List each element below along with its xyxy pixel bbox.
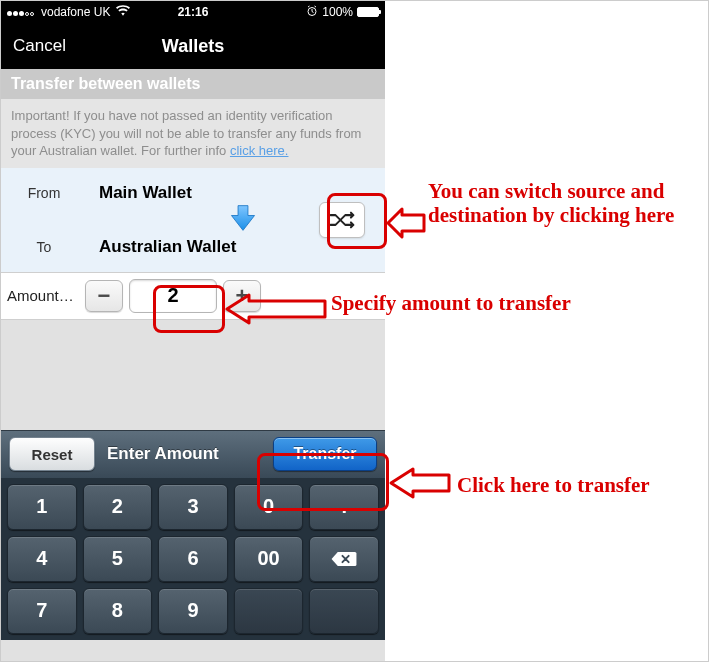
key-2[interactable]: 2	[83, 484, 153, 530]
alarm-icon	[306, 5, 318, 20]
key-9[interactable]: 9	[158, 588, 228, 634]
key-1[interactable]: 1	[7, 484, 77, 530]
annotation-box-swap	[327, 193, 387, 249]
annotation-arrow-transfer	[391, 469, 451, 501]
from-label: From	[9, 185, 79, 201]
minus-button[interactable]: −	[85, 280, 123, 312]
page-title: Wallets	[162, 36, 224, 57]
spacer	[1, 320, 385, 430]
status-bar: vodafone UK 21:16 100%	[1, 1, 385, 23]
signal-dots-icon	[7, 5, 35, 19]
key-4[interactable]: 4	[7, 536, 77, 582]
key-6[interactable]: 6	[158, 536, 228, 582]
annotation-text-transfer: Click here to transfer	[457, 473, 650, 497]
to-label: To	[9, 239, 79, 255]
backspace-icon	[330, 550, 358, 568]
annotation-arrow-amount	[227, 295, 327, 327]
annotation-box-amount	[153, 285, 225, 333]
cancel-button[interactable]: Cancel	[13, 36, 66, 56]
carrier-label: vodafone UK	[41, 5, 110, 19]
key-5[interactable]: 5	[83, 536, 153, 582]
key-8[interactable]: 8	[83, 588, 153, 634]
battery-icon	[357, 7, 379, 17]
annotation-arrow-swap	[388, 209, 426, 241]
key-backspace[interactable]	[309, 536, 379, 582]
annotation-text-amount: Specify amount to transfer	[331, 291, 571, 315]
key-blank-2	[309, 588, 379, 634]
clock-label: 21:16	[178, 5, 209, 19]
amount-label: Amount…	[7, 287, 79, 304]
section-header: Transfer between wallets	[1, 69, 385, 99]
key-00[interactable]: 00	[234, 536, 304, 582]
info-link[interactable]: click here.	[230, 143, 289, 158]
reset-button[interactable]: Reset	[9, 437, 95, 471]
enter-amount-label: Enter Amount	[103, 444, 265, 464]
key-blank-1	[234, 588, 304, 634]
wifi-icon	[116, 5, 130, 20]
key-7[interactable]: 7	[7, 588, 77, 634]
annotation-box-transfer	[257, 453, 389, 511]
nav-bar: Cancel Wallets	[1, 23, 385, 69]
annotation-text-swap: You can switch source and destination by…	[428, 179, 688, 227]
key-3[interactable]: 3	[158, 484, 228, 530]
battery-percent: 100%	[322, 5, 353, 19]
info-text: Important! If you have not passed an ide…	[1, 99, 385, 168]
info-body: Important! If you have not passed an ide…	[11, 108, 361, 158]
